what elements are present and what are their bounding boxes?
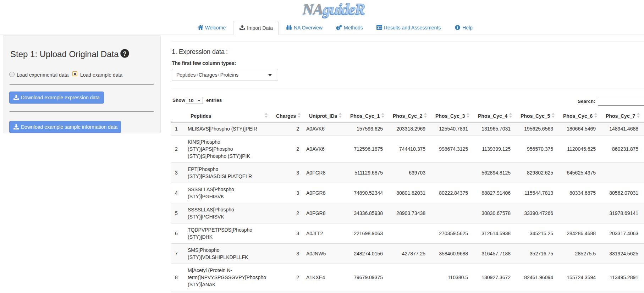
svg-text:?: ? xyxy=(123,50,126,57)
